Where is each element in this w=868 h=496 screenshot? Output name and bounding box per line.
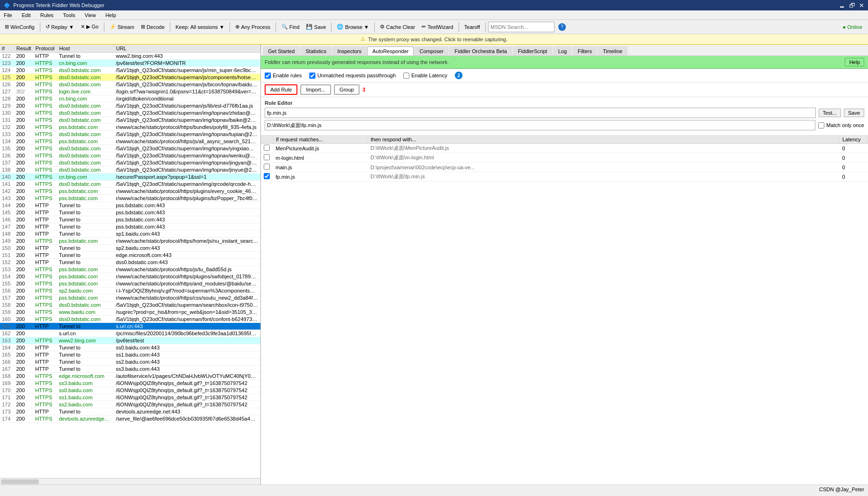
test-button[interactable]: Test...: [819, 109, 841, 117]
table-row[interactable]: 137 200 HTTPS dss0.bdstatic.com /5aV1bjq…: [0, 159, 260, 166]
import-button[interactable]: Import...: [300, 84, 331, 95]
table-row[interactable]: 171 200 HTTPS ss1.baidu.com /6ONWsjp0QIZ…: [0, 394, 260, 401]
rules-col-cb[interactable]: [261, 136, 273, 144]
rules-table-row[interactable]: main.js D:\project\xamenar\002code\ecp\e…: [261, 163, 868, 172]
save-button[interactable]: 💾 Save: [303, 21, 329, 33]
menu-view[interactable]: View: [83, 12, 98, 18]
close-button[interactable]: ✕: [859, 2, 864, 9]
unmatched-requests-checkbox[interactable]: Unmatched requests passthrough: [309, 73, 396, 79]
table-row[interactable]: 143 200 HTTPS pss.bdstatic.com r/www/cac…: [0, 195, 260, 202]
table-row[interactable]: 153 200 HTTPS pss.bdstatic.com r/www/cac…: [0, 266, 260, 273]
table-row[interactable]: 125 200 HTTPS dss0.bdstatic.com /5aV1bjq…: [0, 74, 260, 81]
tab-composer[interactable]: Composer: [414, 46, 449, 55]
tab-timeline[interactable]: Timeline: [598, 46, 628, 55]
table-row[interactable]: 152 200 HTTP Tunnel to dss0.bdstatic.com…: [0, 259, 260, 266]
help-icon-button[interactable]: ?: [555, 21, 569, 33]
menu-help[interactable]: Help: [103, 12, 118, 18]
tab-fiddlerscript[interactable]: FiddlerScript: [513, 46, 553, 55]
rules-col-respond[interactable]: then respond with...: [368, 136, 840, 144]
menu-rules[interactable]: Rules: [38, 12, 55, 18]
table-row[interactable]: 126 200 HTTPS dss0.bdstatic.com /5aV1bjq…: [0, 81, 260, 88]
table-row[interactable]: 147 200 HTTP Tunnel to pss.bdstatic.com:…: [0, 223, 260, 230]
col-protocol[interactable]: Protocol: [33, 45, 57, 53]
table-row[interactable]: 146 200 HTTP Tunnel to pss.bdstatic.com:…: [0, 216, 260, 223]
table-row[interactable]: 161 200 HTTP Tunnel to s.url.cn:443: [0, 323, 260, 330]
col-number[interactable]: #: [0, 45, 14, 53]
table-row[interactable]: 135 200 HTTPS dss0.bdstatic.com /5aV1bjq…: [0, 145, 260, 152]
rule-checkbox-cell[interactable]: [261, 172, 273, 182]
table-row[interactable]: 164 200 HTTP Tunnel to ss0.baidu.com:443: [0, 344, 260, 351]
table-row[interactable]: 168 200 HTTPS edge.microsoft.com /autofi…: [0, 373, 260, 380]
rules-table-row[interactable]: m-login.html D:\ItWork\桌面\m-login.html 0: [261, 153, 868, 163]
table-row[interactable]: 151 200 HTTP Tunnel to edge.microsoft.co…: [0, 252, 260, 259]
table-row[interactable]: 122 200 HTTP Tunnel to www2.bing.com:443: [0, 53, 260, 60]
minimize-button[interactable]: 🗕: [839, 2, 845, 9]
rule-save-button[interactable]: Save: [844, 109, 864, 117]
tearoff-button[interactable]: Tearoff: [462, 21, 483, 33]
table-row[interactable]: 132 200 HTTPS pss.bdstatic.com r/www/cac…: [0, 124, 260, 131]
table-row[interactable]: 150 200 HTTP Tunnel to sp2.baidu.com:443: [0, 245, 260, 252]
rule-checkbox-cell[interactable]: [261, 153, 273, 163]
tab-statistics[interactable]: Statistics: [300, 46, 332, 55]
text-wizard-button[interactable]: ✏ TextWizard: [419, 21, 456, 33]
table-row[interactable]: 130 200 HTTPS dss0.bdstatic.com /5aV1bjq…: [0, 110, 260, 117]
tab-log[interactable]: Log: [553, 46, 572, 55]
rule-checkbox-cell[interactable]: [261, 163, 273, 172]
table-row[interactable]: 173 200 HTTP Tunnel to devtools.azureedg…: [0, 408, 260, 415]
rules-col-latency[interactable]: Latency: [840, 136, 868, 144]
table-row[interactable]: 170 200 HTTPS ss0.baidu.com /6ONWsjp0QIZ…: [0, 387, 260, 394]
group-button[interactable]: Group: [334, 84, 360, 95]
table-row[interactable]: 159 200 HTTPS www.baidu.com /sugrec?prod…: [0, 309, 260, 316]
any-process-button[interactable]: ⊕ Any Process: [232, 21, 273, 33]
rules-table-row[interactable]: fp.min.js D:\ItWork\桌面\fp.min.js 0: [261, 172, 868, 182]
table-row[interactable]: 136 200 HTTPS dss0.bdstatic.com /5aV1bjq…: [0, 152, 260, 159]
find-button[interactable]: 🔍 Find: [278, 21, 302, 33]
table-row[interactable]: 169 200 HTTPS ss3.baidu.com /6ONWsjp0QIZ…: [0, 380, 260, 387]
col-result[interactable]: Result: [14, 45, 33, 53]
menu-tools[interactable]: Tools: [61, 12, 77, 18]
table-row[interactable]: 158 200 HTTPS dss0.bdstatic.com /5aV1bjq…: [0, 302, 260, 309]
table-row[interactable]: 144 200 HTTP Tunnel to pss.bdstatic.com:…: [0, 202, 260, 209]
proxy-warning-bar[interactable]: ⚠ The system proxy was changed. Click to…: [0, 34, 868, 45]
col-url[interactable]: URL: [114, 45, 260, 53]
replay-button[interactable]: ↺ Replay ▼: [43, 21, 77, 33]
table-row[interactable]: 123 200 HTTPS cn.bing.com /pv6test/test?…: [0, 60, 260, 67]
hscroll-bar[interactable]: [0, 478, 260, 485]
table-row[interactable]: 134 200 HTTPS pss.bdstatic.com r/www/cac…: [0, 138, 260, 145]
msdn-search-input[interactable]: [488, 22, 554, 32]
table-row[interactable]: 141 200 HTTPS dss0.bdstatic.com /5aV1bjq…: [0, 181, 260, 188]
table-row[interactable]: 155 200 HTTPS pss.bdstatic.com r/www/cac…: [0, 280, 260, 287]
tab-filters[interactable]: Filters: [573, 46, 597, 55]
help-button[interactable]: Help: [845, 58, 864, 66]
winconfig-button[interactable]: ⊞ WinConfig: [2, 21, 37, 33]
table-row[interactable]: 156 200 HTTPS sp2.baidu.com /-l-YsjpOQIZ…: [0, 287, 260, 294]
table-row[interactable]: 174 200 HTTPS devtools.azureedge... /ser…: [0, 415, 260, 423]
table-row[interactable]: 172 200 HTTPS ss2.baidu.com /6ONWsjp0QIZ…: [0, 401, 260, 408]
menu-edit[interactable]: Edit: [20, 12, 33, 18]
tab-get-started[interactable]: Get Started: [263, 46, 300, 55]
restore-button[interactable]: 🗗: [849, 2, 855, 9]
table-row[interactable]: 154 200 HTTPS pss.bdstatic.com r/www/cac…: [0, 273, 260, 280]
table-row[interactable]: 138 200 HTTPS dss0.bdstatic.com /5aV1bjq…: [0, 166, 260, 174]
add-rule-button[interactable]: Add Rule: [265, 84, 297, 95]
stream-button[interactable]: ⚡ Stream: [107, 21, 137, 33]
match-only-checkbox[interactable]: Match only once: [818, 122, 864, 129]
menu-file[interactable]: File: [2, 12, 14, 18]
table-row[interactable]: 160 200 HTTPS dss0.bdstatic.com /5aV1bjq…: [0, 316, 260, 323]
rules-table-row[interactable]: MenPictureAudit.js D:\ItWork\桌面\MenPictu…: [261, 144, 868, 153]
table-row[interactable]: 124 200 HTTPS dss0.bdstatic.com /5aV1bjq…: [0, 67, 260, 74]
match-input[interactable]: [265, 108, 816, 118]
rules-col-match[interactable]: If request matches...: [273, 136, 368, 144]
table-row[interactable]: 140 200 HTTPS cn.bing.com /secure/Passpo…: [0, 174, 260, 181]
tab-fiddler-orchestra[interactable]: Fiddler Orchestra Beta: [449, 46, 512, 55]
table-row[interactable]: 133 200 HTTPS dss0.bdstatic.com /5aV1bjq…: [0, 131, 260, 138]
table-row[interactable]: 162 200 s.url.cn /pc/misc/files/20200114…: [0, 330, 260, 337]
enable-latency-checkbox[interactable]: Enable Latency: [403, 73, 447, 79]
table-row[interactable]: 148 200 HTTP Tunnel to sp1.baidu.com:443: [0, 230, 260, 238]
table-row[interactable]: 145 200 HTTP Tunnel to pss.bdstatic.com:…: [0, 209, 260, 216]
table-row[interactable]: 165 200 HTTP Tunnel to ss1.baidu.com:443: [0, 351, 260, 358]
table-row[interactable]: 167 200 HTTP Tunnel to ss3.baidu.com:443: [0, 366, 260, 373]
table-row[interactable]: 127 302 HTTPS login.live.com /login.srf?…: [0, 88, 260, 95]
rule-checkbox-cell[interactable]: [261, 144, 273, 153]
table-row[interactable]: 128 200 HTTPS cn.bing.com /orgid/idtoken…: [0, 95, 260, 102]
